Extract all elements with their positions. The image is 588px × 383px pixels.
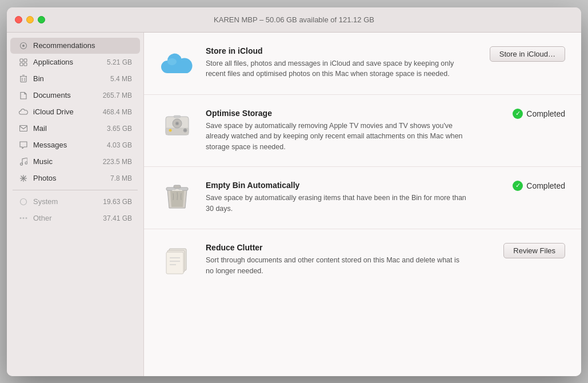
sidebar-item-documents[interactable]: Documents 265.7 MB	[10, 87, 140, 103]
bin-size: 5.4 MB	[110, 75, 132, 83]
main-content: Recommendations Applications 5.21 GB	[7, 33, 581, 376]
applications-label: Applications	[33, 58, 107, 66]
rec-empty-bin-desc: Save space by automatically erasing item…	[206, 193, 469, 214]
system-label: System	[33, 197, 103, 206]
rec-icloud-desc: Store all files, photos and messages in …	[206, 58, 469, 80]
music-size: 223.5 MB	[103, 158, 132, 166]
svg-point-19	[20, 217, 22, 219]
svg-rect-3	[24, 59, 27, 62]
rec-empty-bin-action: ✓ Completed	[485, 181, 565, 191]
empty-bin-completed-badge: ✓ Completed	[513, 181, 565, 191]
titlebar: KAREN MBP – 50.06 GB available of 121.12…	[7, 7, 581, 33]
sidebar-item-other[interactable]: Other 37.41 GB	[10, 210, 140, 226]
svg-rect-2	[20, 59, 23, 62]
rec-empty-bin: Empty Bin Automatically Save space by au…	[144, 167, 581, 229]
documents-label: Documents	[33, 91, 103, 99]
svg-point-13	[25, 162, 27, 164]
empty-bin-completed-label: Completed	[526, 181, 565, 190]
bin-icon	[18, 74, 29, 84]
svg-point-27	[177, 123, 178, 124]
recommendations-label: Recommendations	[33, 41, 132, 50]
sidebar-item-messages[interactable]: Messages 4.03 GB	[10, 137, 140, 153]
svg-point-20	[23, 217, 25, 219]
rec-optimise-title: Optimise Storage	[206, 109, 474, 118]
close-button[interactable]	[15, 16, 22, 23]
sidebar: Recommendations Applications 5.21 GB	[7, 33, 144, 376]
other-size: 37.41 GB	[103, 214, 132, 222]
sidebar-item-icloud-drive[interactable]: iCloud Drive 468.4 MB	[10, 104, 140, 120]
icloud-drive-label: iCloud Drive	[33, 107, 103, 116]
trash-icon	[160, 181, 194, 215]
star-icon	[18, 41, 29, 51]
minimize-button[interactable]	[26, 16, 34, 23]
grid-icon	[18, 57, 29, 67]
sidebar-divider	[13, 190, 138, 190]
svg-point-1	[22, 45, 25, 47]
svg-rect-5	[24, 63, 27, 66]
mail-icon	[18, 123, 29, 134]
mail-label: Mail	[33, 124, 107, 133]
rec-empty-bin-title: Empty Bin Automatically	[206, 181, 474, 190]
clutter-icon	[160, 243, 194, 277]
sidebar-item-music[interactable]: Music 223.5 MB	[10, 154, 140, 170]
review-files-button[interactable]: Review Files	[503, 243, 565, 258]
optimise-completed-dot: ✓	[513, 109, 523, 119]
svg-point-31	[169, 129, 172, 131]
rec-optimise-action: ✓ Completed	[485, 109, 565, 119]
music-icon	[18, 157, 29, 167]
music-label: Music	[33, 157, 103, 166]
svg-rect-34	[174, 185, 181, 188]
messages-size: 4.03 GB	[107, 141, 132, 149]
rec-clutter-body: Reduce Clutter Sort through documents an…	[206, 243, 474, 277]
sidebar-item-bin[interactable]: Bin 5.4 MB	[10, 71, 140, 87]
other-icon	[18, 213, 29, 224]
hdd-icon	[160, 109, 194, 143]
messages-label: Messages	[33, 141, 107, 149]
traffic-lights	[15, 16, 45, 23]
document-icon	[18, 90, 29, 101]
rec-icloud-action: Store in iCloud…	[485, 46, 565, 62]
rec-optimise-desc: Save space by automatically removing App…	[206, 121, 469, 153]
empty-bin-completed-dot: ✓	[513, 181, 523, 191]
svg-point-21	[26, 217, 27, 219]
store-in-icloud-button[interactable]: Store in iCloud…	[490, 46, 565, 62]
rec-clutter: Reduce Clutter Sort through documents an…	[144, 229, 581, 291]
photos-size: 7.8 MB	[110, 174, 132, 182]
bin-label: Bin	[33, 74, 110, 83]
optimise-completed-label: Completed	[526, 109, 565, 118]
sidebar-item-system[interactable]: System 19.63 GB	[10, 194, 140, 210]
content-area: Store in iCloud Store all files, photos …	[144, 33, 581, 376]
maximize-button[interactable]	[38, 16, 45, 23]
icloud-icon	[160, 46, 194, 81]
sidebar-item-mail[interactable]: Mail 3.65 GB	[10, 121, 140, 137]
window-title: KAREN MBP – 50.06 GB available of 121.12…	[214, 15, 374, 24]
applications-size: 5.21 GB	[107, 58, 132, 66]
svg-rect-4	[20, 63, 23, 66]
rec-empty-bin-body: Empty Bin Automatically Save space by au…	[206, 181, 474, 214]
documents-size: 265.7 MB	[103, 91, 132, 99]
rec-icloud-title: Store in iCloud	[206, 46, 474, 55]
sidebar-item-photos[interactable]: Photos 7.8 MB	[10, 170, 140, 186]
rec-optimise-body: Optimise Storage Save space by automatic…	[206, 109, 474, 153]
svg-rect-6	[21, 76, 26, 82]
messages-icon	[18, 140, 29, 150]
optimise-completed-badge: ✓ Completed	[513, 109, 565, 119]
sidebar-item-applications[interactable]: Applications 5.21 GB	[10, 54, 140, 70]
rec-icloud-body: Store in iCloud Store all files, photos …	[206, 46, 474, 80]
main-window: KAREN MBP – 50.06 GB available of 121.12…	[7, 7, 581, 376]
cloud-icon	[18, 107, 29, 117]
photos-label: Photos	[33, 174, 110, 182]
svg-point-22	[167, 58, 177, 65]
svg-point-18	[21, 198, 27, 205]
asterisk-icon	[18, 173, 29, 183]
rec-icloud: Store in iCloud Store all files, photos …	[144, 33, 581, 95]
system-icon	[18, 197, 29, 207]
system-size: 19.63 GB	[103, 198, 132, 206]
svg-rect-11	[20, 126, 27, 131]
svg-rect-32	[174, 115, 181, 118]
mail-size: 3.65 GB	[107, 125, 132, 133]
sidebar-item-recommendations[interactable]: Recommendations	[10, 38, 140, 54]
rec-clutter-desc: Sort through documents and other content…	[206, 255, 469, 277]
other-label: Other	[33, 214, 103, 222]
rec-optimise: Optimise Storage Save space by automatic…	[144, 95, 581, 167]
